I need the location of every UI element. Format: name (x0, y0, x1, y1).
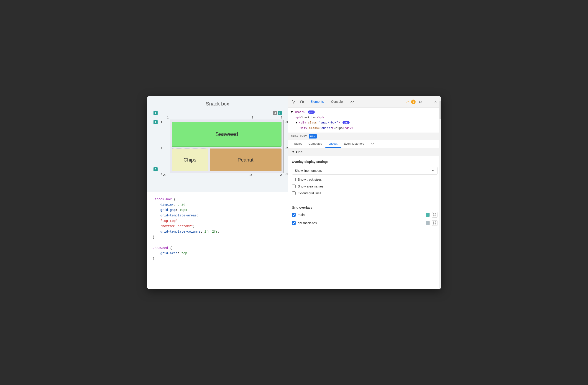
badge-2-top-right: 2 (278, 111, 282, 115)
code-prop-area: grid-area (160, 252, 178, 255)
overlay-main-checkbox[interactable] (292, 213, 295, 217)
grid-preview: Snack box 1 -1 2 1 3 1 2 3 (147, 96, 288, 192)
overlay-main-label: main (298, 213, 423, 217)
grid-wrapper: 1 -1 2 1 3 1 2 3 (152, 109, 284, 182)
grid-badge-snackbox: grid (342, 121, 349, 124)
badge-1-left: 1 (153, 120, 158, 124)
breadcrumb-html[interactable]: html (291, 134, 298, 139)
section-arrow-icon: ▼ (292, 150, 295, 153)
grid-overlays-title: Grid overlays (292, 206, 438, 209)
checkbox-extend-grid-lines: Extend grid lines (292, 191, 438, 195)
tab-computed[interactable]: Computed (305, 140, 325, 148)
badge-neg1-top: -1 (273, 111, 277, 115)
grid-content: Seaweed Chips Peanut (163, 120, 283, 177)
breadcrumb-body[interactable]: body (300, 134, 307, 139)
warning-triangle-icon: ⚠ (406, 99, 410, 104)
tab-console[interactable]: Console (327, 98, 346, 105)
tab-elements[interactable]: Elements (307, 98, 327, 105)
cell-chips: Chips (172, 149, 208, 171)
checkbox-extend-grid-lines-input[interactable] (292, 191, 295, 195)
neg-col-num-3: -3 (163, 174, 222, 177)
devtools-right-icons: ⚠ 1 ⚙ ⋮ × (406, 99, 439, 105)
code-prop-cols: grid-template-columns (160, 230, 200, 234)
grid-section-label: Grid (296, 150, 302, 154)
svg-rect-4 (433, 215, 434, 216)
scrollbar-track[interactable] (439, 96, 441, 289)
overlay-snackbox-checkbox[interactable] (292, 221, 295, 225)
svg-rect-5 (435, 215, 436, 216)
breadcrumb-nav[interactable]: nav (309, 134, 317, 139)
svg-rect-9 (435, 223, 436, 224)
code-val-grid: grid (178, 203, 185, 206)
svg-rect-7 (435, 222, 436, 223)
left-panel: Snack box 1 -1 2 1 3 1 2 3 (147, 96, 288, 289)
main-content: Snack box 1 -1 2 1 3 1 2 3 (147, 96, 441, 289)
checkbox-show-area-names: Show area names (292, 185, 438, 188)
code-val-gap: 10px (179, 208, 187, 212)
overlay-main-select-button[interactable] (432, 212, 438, 217)
col-num-1: 1 (167, 116, 224, 119)
devtools-panel: Elements Console >> ⚠ 1 ⚙ ⋮ × ▼ <main> g… (288, 96, 441, 289)
code-panel: .snack-box { display: grid; grid-gap: 10… (147, 192, 288, 289)
tab-layout[interactable]: Layout (325, 140, 341, 148)
close-button[interactable]: × (432, 99, 439, 105)
overlay-display-select[interactable]: Show line numbers Show area names Hide (292, 167, 438, 174)
grid-section-header[interactable]: ▼ Grid (288, 148, 441, 156)
grid-overlays-section: Grid overlays main div.snack-box (288, 202, 441, 232)
col-num-3: 3 (281, 116, 283, 119)
dom-line-2: <p>Snack box</p> (295, 115, 438, 120)
svg-rect-3 (435, 214, 436, 214)
dom-viewer: ▼ <main> grid <p>Snack box</p> ▼ <div cl… (288, 108, 441, 133)
neg-num-mid: -2 (286, 147, 288, 150)
svg-rect-2 (433, 214, 434, 214)
panel-tabs: Styles Computed Layout Event Listeners >… (288, 140, 441, 148)
neg-col-num-1: -1 (280, 174, 283, 177)
row-num-1: 1 (161, 121, 162, 124)
code-prop-gap: grid-gap (160, 208, 176, 212)
grid-badge-main: grid (308, 110, 315, 114)
overlay-snackbox-select-button[interactable] (432, 220, 438, 226)
overlay-snackbox-row: div.snack-box (292, 220, 438, 226)
code-prop-areas: grid-template-areas (160, 214, 197, 217)
row-num-3: 3 (161, 173, 162, 176)
svg-rect-6 (433, 222, 434, 223)
tab-styles[interactable]: Styles (291, 140, 305, 148)
overlay-main-color-swatch[interactable] (426, 213, 430, 217)
tab-event-listeners[interactable]: Event Listeners (341, 140, 368, 148)
code-block-1: .snack-box { display: grid; grid-gap: 10… (153, 197, 282, 240)
code-val-area: top (182, 252, 187, 255)
right-neg-numbers: -3 -2 -1 (286, 120, 288, 177)
checkbox-area-names-input[interactable] (292, 185, 295, 188)
overlay-main-row: main (292, 212, 438, 217)
more-options-button[interactable]: ⋮ (425, 99, 431, 105)
code-selector-2: .seaweed (153, 246, 168, 250)
device-toggle-button[interactable] (299, 99, 305, 105)
code-block-2: .seaweed { grid-area: top; } (153, 246, 282, 262)
snack-box-label: Snack box (152, 101, 284, 107)
overlay-settings-title: Overlay display settings (292, 160, 438, 164)
settings-button[interactable]: ⚙ (417, 99, 423, 105)
cell-peanut: Peanut (210, 149, 281, 171)
neg-col-num-2: -2 (222, 174, 280, 177)
row-num-2: 2 (161, 147, 162, 150)
badge-1-top-left: 1 (153, 111, 158, 115)
checkbox-track-sizes-input[interactable] (292, 178, 295, 181)
dom-line-3: ▼ <div class="snack-box"> grid (295, 120, 438, 125)
tab-more-panel[interactable]: >> (368, 140, 377, 148)
grid-section-body: Overlay display settings Show line numbe… (288, 156, 441, 202)
grid-visual: Seaweed Chips Peanut (170, 120, 283, 173)
checkbox-area-names-label: Show area names (298, 185, 324, 188)
checkbox-show-track-sizes: Show track sizes (292, 178, 438, 181)
code-val-cols: 1fr 2fr (204, 230, 218, 234)
bottom-neg-col-numbers: -3 -2 -1 (163, 174, 283, 177)
col-num-2: 2 (224, 116, 281, 119)
cursor-tool-button[interactable] (291, 99, 297, 105)
code-string-1: "top top" (160, 219, 178, 223)
tab-more-main[interactable]: >> (346, 98, 357, 105)
scrollbar-thumb[interactable] (440, 101, 441, 119)
top-col-numbers: 1 2 3 (167, 116, 284, 119)
code-selector-1: .snack-box (153, 197, 172, 201)
dom-line-4: <div class="chips">Chips</div> (300, 126, 438, 131)
overlay-snackbox-color-swatch[interactable] (426, 221, 430, 225)
code-prop-display: display (160, 203, 174, 206)
